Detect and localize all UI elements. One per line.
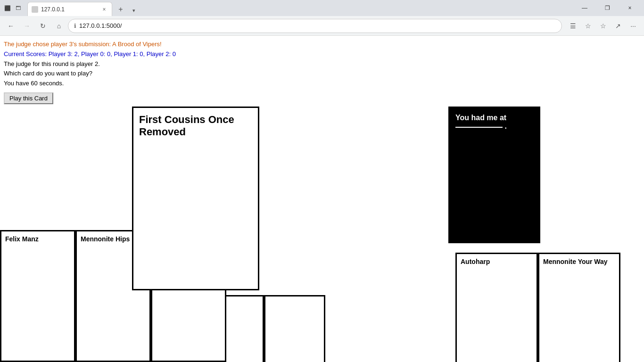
sub-card-2[interactable] xyxy=(264,295,325,362)
message-4: Which card do you want to play? xyxy=(4,69,640,79)
tab-close-button[interactable]: × xyxy=(100,6,108,13)
tab-title: 127.0.0.1 xyxy=(41,6,65,13)
bookmark-button[interactable]: ☆ xyxy=(581,19,595,33)
nav-action-buttons: ☰ ☆ ☆ ↗ ··· xyxy=(566,19,640,33)
message-5: You have 60 seconds. xyxy=(4,79,640,89)
cards-area: First Cousins Once Removed Felix Manz Me… xyxy=(0,97,644,362)
minimize-button[interactable]: — xyxy=(574,1,595,15)
black-card-text-after: . xyxy=(504,122,506,130)
browser-window: ⬛ 🗔 127.0.0.1 × + ▾ — ❐ × ← → ↻ ⌂ ℹ 127.… xyxy=(0,0,644,362)
selected-card-text: First Cousins Once Removed xyxy=(139,114,234,138)
message-1: The judge chose player 3's submission: A… xyxy=(4,40,640,49)
reload-button[interactable]: ↻ xyxy=(36,19,50,33)
page-content: The judge chose player 3's submission: A… xyxy=(0,36,644,362)
black-card-text-before: You had me at xyxy=(455,114,506,122)
share-button[interactable]: ↗ xyxy=(611,19,625,33)
nav-bar: ← → ↻ ⌂ ℹ 127.0.0.1:5000/ ☰ ☆ ☆ ↗ ··· xyxy=(0,16,644,36)
window-controls: — ❐ × xyxy=(574,1,640,15)
active-tab[interactable]: 127.0.0.1 × xyxy=(27,2,112,16)
reader-view-button[interactable]: ☰ xyxy=(566,19,580,33)
forward-button[interactable]: → xyxy=(20,19,34,33)
collections-button[interactable]: ☆ xyxy=(596,19,610,33)
message-2: Current Scores: Player 3: 2, Player 0: 0… xyxy=(4,49,640,59)
hand-card-1-text: Mennonite Hips xyxy=(81,235,130,243)
tab-favicon xyxy=(32,6,38,13)
more-button[interactable]: ··· xyxy=(626,19,640,33)
maximize-button[interactable]: ❐ xyxy=(597,1,618,15)
selected-card[interactable]: First Cousins Once Removed xyxy=(132,107,259,290)
right-card-1-text: Mennonite Your Way xyxy=(543,258,608,265)
status-messages: The judge chose player 3's submission: A… xyxy=(4,40,640,89)
right-card-0: Autoharp xyxy=(455,253,538,362)
new-tab-button[interactable]: + xyxy=(114,3,127,16)
window-tab-icon: 🗔 xyxy=(14,4,22,12)
tab-bar: 127.0.0.1 × + ▾ xyxy=(27,0,140,16)
right-card-1: Mennonite Your Way xyxy=(538,253,620,362)
address-bar[interactable]: ℹ 127.0.0.1:5000/ xyxy=(68,19,562,33)
home-button[interactable]: ⌂ xyxy=(52,19,66,33)
security-icon: ℹ xyxy=(74,23,76,29)
back-button[interactable]: ← xyxy=(4,19,18,33)
window-menu-icon: ⬛ xyxy=(4,4,11,12)
right-card-0-text: Autoharp xyxy=(461,258,490,265)
hand-card-0[interactable]: Felix Manz xyxy=(0,230,75,362)
black-card-blank xyxy=(455,127,503,128)
message-3: The judge for this round is player 2. xyxy=(4,59,640,69)
window-close-button[interactable]: × xyxy=(619,1,640,15)
url-text: 127.0.0.1:5000/ xyxy=(79,22,556,29)
title-bar: ⬛ 🗔 127.0.0.1 × + ▾ — ❐ × xyxy=(0,0,644,16)
tab-list-button[interactable]: ▾ xyxy=(128,5,140,16)
window-icons: ⬛ 🗔 xyxy=(4,4,22,12)
hand-card-0-text: Felix Manz xyxy=(5,235,39,243)
right-cards: Autoharp Mennonite Your Way xyxy=(455,253,620,362)
black-card: You had me at . xyxy=(448,107,540,243)
